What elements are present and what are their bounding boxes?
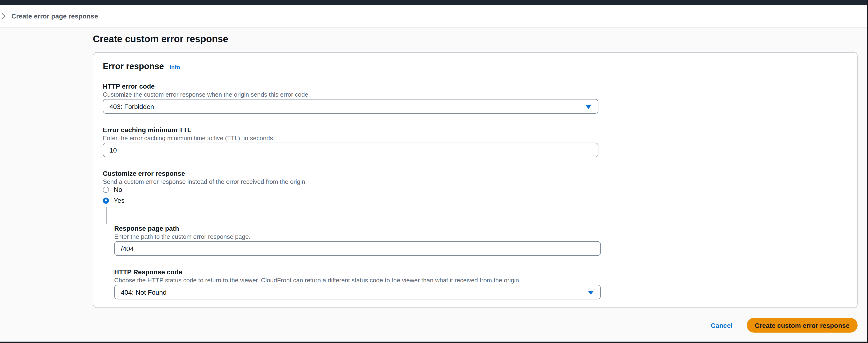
field-label: HTTP error code <box>103 82 857 91</box>
panel-header: Error response Info <box>103 61 857 71</box>
field-error-caching-ttl: Error caching minimum TTL Enter the erro… <box>103 126 857 157</box>
field-label: Error caching minimum TTL <box>103 126 857 134</box>
field-description: Send a custom error response instead of … <box>103 178 857 186</box>
indented-fields: Response page path Enter the path to the… <box>114 224 857 300</box>
select-value: 404: Not Found <box>121 288 166 296</box>
field-http-error-code: HTTP error code Customize the custom err… <box>103 82 857 114</box>
field-description: Enter the error caching minimum time to … <box>103 134 857 142</box>
field-http-response-code: HTTP Response code Choose the HTTP statu… <box>114 268 857 300</box>
field-description: Choose the HTTP status code to return to… <box>114 276 857 284</box>
radio-icon <box>103 197 109 204</box>
error-response-panel: Error response Info HTTP error code Cust… <box>93 52 858 308</box>
http-response-code-select[interactable]: 404: Not Found <box>114 285 601 300</box>
http-error-code-select[interactable]: 403: Forbidden <box>103 99 598 114</box>
caret-down-icon <box>586 105 591 109</box>
radio-option-yes[interactable]: Yes <box>103 196 857 205</box>
field-description: Enter the path to the custom error respo… <box>114 232 857 241</box>
field-description: Customize the custom error response when… <box>103 91 857 98</box>
radio-label: No <box>114 186 122 193</box>
field-customize-error-response: Customize error response Send a custom e… <box>103 169 857 205</box>
top-nav-bar <box>0 0 868 5</box>
ttl-input[interactable] <box>103 143 598 157</box>
radio-icon <box>103 186 109 193</box>
panel-title: Error response <box>103 61 164 71</box>
main-content: Create custom error response Error respo… <box>0 28 868 342</box>
cancel-button[interactable]: Cancel <box>711 321 733 329</box>
radio-label: Yes <box>114 197 125 204</box>
info-link[interactable]: Info <box>169 64 180 71</box>
chevron-right-icon <box>1 12 6 19</box>
caret-down-icon <box>588 291 594 294</box>
breadcrumb-bar: Create error page response <box>0 5 868 28</box>
field-response-page-path: Response page path Enter the path to the… <box>114 224 857 256</box>
indent-connector-line <box>106 207 113 224</box>
form-actions: Cancel Create custom error response <box>93 318 858 333</box>
breadcrumb-current[interactable]: Create error page response <box>11 12 98 20</box>
window-right-edge <box>867 0 868 343</box>
field-label: Customize error response <box>103 169 857 178</box>
field-label: HTTP Response code <box>114 268 857 276</box>
select-value: 403: Forbidden <box>110 102 154 110</box>
app-window: Create error page response Create custom… <box>0 0 868 343</box>
page-title: Create custom error response <box>93 28 868 45</box>
window-bottom-edge <box>0 342 868 343</box>
create-custom-error-response-button[interactable]: Create custom error response <box>747 318 858 333</box>
radio-option-no[interactable]: No <box>103 185 857 194</box>
response-page-path-input[interactable] <box>114 241 601 256</box>
customize-radio-group: No Yes <box>103 185 857 205</box>
field-label: Response page path <box>114 224 857 232</box>
